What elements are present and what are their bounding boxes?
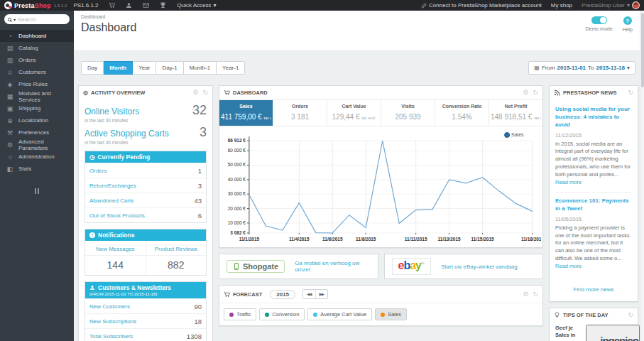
active-carts-subtitle: in the last 30 minutes [84,140,207,145]
kpi-conversion-rate[interactable]: Conversion Rate 1.54% [435,100,489,126]
out-of-stock-link[interactable]: Out of Stock Products [89,212,145,219]
new-subscriptions-value: 18 [194,318,202,325]
gear-icon[interactable]: ⚙ [192,90,198,96]
scrollbar-thumb[interactable] [641,13,644,87]
marketplace-link[interactable]: Connect to PrestaShop Marketplace accoun… [421,2,542,9]
read-more-link[interactable]: Read more [555,263,582,269]
forecast-year: 2015 [270,290,295,299]
orders-link[interactable]: Orders [89,168,107,174]
date-range-picker[interactable]: ▦ From 2015-11-01 To 2015-11-18 ▾ [528,61,635,75]
gear-icon[interactable]: ⚙ [523,90,528,96]
gauge-icon: ◔ [6,33,13,40]
read-more-link[interactable]: Read more [555,179,582,185]
sidebar-item-administration[interactable]: ☼ Administration [0,151,74,163]
abandoned-carts-link[interactable]: Abandoned Carts [89,197,133,204]
returns-link[interactable]: Return/Exchanges [89,183,136,189]
sidebar-item-advanced-parameters[interactable]: ⚙ Advanced Parameters [0,139,74,151]
breadcrumb[interactable]: Dashboard [81,14,634,19]
total-subscribers-value: 1308 [187,332,202,340]
news-title-link[interactable]: Using social media for your business: 4 … [555,106,632,129]
gear-icon[interactable]: ⚙ [523,291,528,298]
news-title-link[interactable]: Ecommerce 101: Payments in a Tweet [555,197,632,213]
new-subscriptions-link[interactable]: New Subscriptions [89,318,136,325]
kpi-cart-value[interactable]: Cart Value 129,44 € tax excl. [327,100,381,126]
shopgate-logo[interactable]: Shopgate [227,260,285,273]
ingenico-logo[interactable]: ingenico Paymentservices [586,325,640,341]
forecast-panel: FORECAST 2015 ◀◀ ▶▶ ⚙ ↻ [219,285,543,326]
pending-row: Return/Exchanges 3 [85,178,206,193]
sidebar-item-customers[interactable]: ☺ Customers [0,66,74,78]
legend-conversion-button[interactable]: Conversion [259,308,305,320]
collapse-menu-icon[interactable] [0,184,74,197]
topbar-icons [109,2,166,9]
cart-icon[interactable] [109,2,115,9]
ebay-link[interactable]: Start uw eBay-winkel vandaag [441,264,518,270]
quick-access-menu[interactable]: Quick Access▾ [178,2,217,9]
sidebar-item-stats[interactable]: ◧ Stats [0,163,74,175]
range-day-button[interactable]: Day [81,61,104,75]
svg-text:Sales: Sales [511,132,524,137]
legend-average-cart-value-button[interactable]: Average Cart Value [307,308,372,320]
sidebar-item-dashboard[interactable]: ◔ Dashboard [0,30,74,42]
sidebar-item-price-rules[interactable]: ◈ Price Rules [0,78,74,90]
product-reviews-link[interactable]: Product Reviews [146,243,207,256]
help-button[interactable]: ? [623,16,632,25]
target-icon: ◎ [83,90,88,96]
kpi-visits[interactable]: Visits 205 939 [381,100,435,126]
sidebar-item-orders[interactable]: ▥ Orders [0,54,74,66]
refresh-icon[interactable]: ↻ [202,90,208,96]
dashboard-panel: DASHBOARD ⚙ ↻ Sales 411 759,00 € tax exc… [219,85,543,248]
person-icon [89,285,95,291]
my-shop-link[interactable]: My shop [551,2,572,9]
refresh-icon[interactable]: ↻ [628,312,633,318]
news-item: Using social media for your business: 4 … [555,101,632,192]
find-more-news-link[interactable]: Find more news [574,286,614,293]
shop-version-label: PS1.6.1.2 [73,2,98,9]
shopgate-link[interactable]: Ga mobiel en verhoog uw omzet [295,260,370,273]
sidebar-item-preferences[interactable]: ⚒ Preferences [0,126,74,139]
sales-chart: 3 082 €10 000 €20 000 €30 000 €40 000 €5… [221,129,541,246]
range-day-1-button[interactable]: Day-1 [156,61,183,75]
kpi-orders[interactable]: Orders 3 181 [273,100,327,126]
demo-mode-toggle[interactable] [591,16,607,24]
range-month-button[interactable]: Month [104,61,133,75]
refresh-icon[interactable]: ↻ [533,90,538,96]
kpi-net-profit[interactable]: Net Profit 148 918,51 € tax excl. [489,100,542,126]
range-year-button[interactable]: Year [133,61,156,75]
forecast-nav: ◀◀ ▶▶ [302,289,328,299]
sidebar-search[interactable]: ▾ [4,14,70,24]
skip-back-icon[interactable]: ◀◀ [303,290,315,298]
truck-icon: ▣ [6,105,13,112]
sidebar-item-modules[interactable]: ▦ Modules and Services [0,90,74,102]
brand-version: 1.6.1.2 [54,4,67,8]
trophy-icon[interactable] [160,2,166,9]
range-year-1-button[interactable]: Year-1 [217,61,245,75]
sales-dot-icon [381,313,385,317]
globe-icon: ⊕ [6,117,13,124]
legend-sales-button[interactable]: Sales [375,308,407,320]
active-carts-link[interactable]: Active Shopping Carts [84,129,169,139]
kpi-sales[interactable]: Sales 411 759,00 € tax excl. [219,100,273,126]
skip-forward-icon[interactable]: ▶▶ [315,290,327,298]
traffic-dot-icon [229,313,234,317]
online-visitors-subtitle: in the last 30 minutes [84,118,207,123]
user-menu[interactable]: PrestaShop User▾ [582,1,640,9]
sidebar-item-shipping[interactable]: ▣ Shipping [0,102,74,114]
sidebar-item-catalog[interactable]: ▤ Catalog [0,42,74,54]
envelope-icon[interactable] [143,2,149,9]
pending-row: Orders 1 [85,163,206,178]
prestashop-logo[interactable]: PrestaShop 1.6.1.2 [4,1,67,9]
legend-traffic-button[interactable]: Traffic [224,308,256,320]
total-subscribers-link[interactable]: Total Subscribers [89,333,133,340]
refresh-icon[interactable]: ↻ [628,90,633,96]
new-customers-link[interactable]: New Customers [89,303,130,310]
refresh-icon[interactable]: ↻ [533,291,538,298]
person-icon[interactable] [126,2,132,9]
range-month-1-button[interactable]: Month-1 [184,61,217,75]
svg-text:10 000 €: 10 000 € [228,220,246,225]
online-visitors-link[interactable]: Online Visitors [84,107,139,117]
search-input[interactable] [18,16,66,23]
new-messages-link[interactable]: New Messages [85,243,146,256]
sidebar-item-localization[interactable]: ⊕ Localization [0,114,74,126]
ebay-logo[interactable]: ebay™ [392,258,432,274]
